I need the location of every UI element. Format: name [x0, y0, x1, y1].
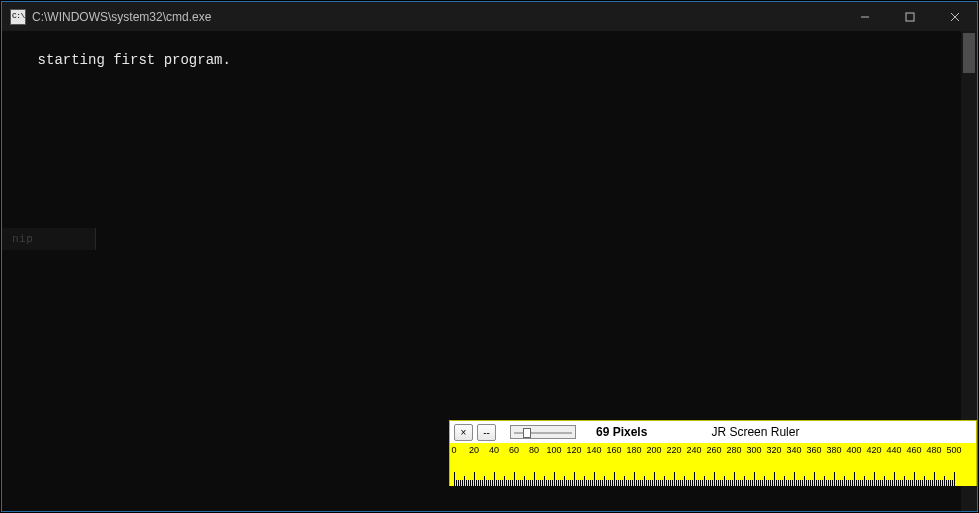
- ruler-tick-minor: [576, 480, 577, 486]
- ruler-tick-minor: [782, 480, 783, 486]
- screen-ruler-window[interactable]: × -- 69 Pixels JR Screen Ruler 020406080…: [449, 420, 977, 486]
- ruler-tick-major: [514, 472, 515, 486]
- ruler-tick-minor: [832, 480, 833, 486]
- ruler-tick-minor: [468, 480, 469, 486]
- ruler-tick-minor: [860, 480, 861, 486]
- ruler-tick-minor: [672, 480, 673, 486]
- ruler-tick-mid: [864, 476, 865, 486]
- ruler-tick-minor: [932, 480, 933, 486]
- ruler-tick-minor: [788, 480, 789, 486]
- ruler-tick-minor: [936, 480, 937, 486]
- ruler-tick-minor: [732, 480, 733, 486]
- ruler-tick-minor: [836, 480, 837, 486]
- ruler-tick-minor: [526, 480, 527, 486]
- ruler-tick-mid: [904, 476, 905, 486]
- ruler-tick-minor: [870, 480, 871, 486]
- ruler-tick-minor: [726, 480, 727, 486]
- ruler-tick-mid: [764, 476, 765, 486]
- ruler-tick-minor: [598, 480, 599, 486]
- ruler-tick-minor: [668, 480, 669, 486]
- ruler-tick-mid: [484, 476, 485, 486]
- ruler-scale[interactable]: 0204060801001201401601802002202402602803…: [450, 443, 976, 486]
- ruler-tick-mid: [644, 476, 645, 486]
- ruler-tick-minor: [696, 480, 697, 486]
- ruler-tick-label: 360: [806, 445, 821, 455]
- ruler-tick-minor: [946, 480, 947, 486]
- ruler-tick-label: 220: [666, 445, 681, 455]
- ruler-tick-minor: [862, 480, 863, 486]
- ruler-tick-label: 460: [906, 445, 921, 455]
- ruler-tick-minor: [758, 480, 759, 486]
- ruler-tick-major: [494, 472, 495, 486]
- ruler-tick-label: 0: [451, 445, 456, 455]
- cmd-title: C:\WINDOWS\system32\cmd.exe: [32, 10, 211, 24]
- ruler-tick-minor: [950, 480, 951, 486]
- ruler-tick-label: 240: [686, 445, 701, 455]
- ruler-tick-minor: [702, 480, 703, 486]
- ruler-tick-minor: [690, 480, 691, 486]
- ruler-tick-minor: [592, 480, 593, 486]
- ruler-tick-minor: [896, 480, 897, 486]
- ruler-tick-minor: [716, 480, 717, 486]
- ruler-tick-minor: [848, 480, 849, 486]
- ruler-tick-minor: [556, 480, 557, 486]
- ruler-tick-minor: [952, 480, 953, 486]
- ruler-tick-mid: [924, 476, 925, 486]
- ruler-app-name: JR Screen Ruler: [711, 425, 799, 439]
- ruler-tick-minor: [752, 480, 753, 486]
- ruler-tick-mid: [684, 476, 685, 486]
- ruler-tick-minor: [882, 480, 883, 486]
- cmd-output-text: starting first program.: [38, 52, 231, 68]
- ruler-tick-minor: [678, 480, 679, 486]
- svg-rect-1: [906, 13, 914, 21]
- ruler-tick-label: 200: [646, 445, 661, 455]
- ruler-tick-minor: [872, 480, 873, 486]
- ruler-tick-minor: [480, 480, 481, 486]
- cmd-titlebar[interactable]: C:\ C:\WINDOWS\system32\cmd.exe: [2, 2, 977, 31]
- ruler-tick-minor: [538, 480, 539, 486]
- ruler-tick-minor: [708, 480, 709, 486]
- ruler-tick-minor: [880, 480, 881, 486]
- ruler-tick-minor: [760, 480, 761, 486]
- ruler-tick-minor: [650, 480, 651, 486]
- slider-thumb-icon[interactable]: [523, 428, 531, 438]
- ruler-tick-minor: [922, 480, 923, 486]
- ruler-menu-button[interactable]: --: [477, 424, 496, 441]
- close-button[interactable]: [932, 2, 977, 31]
- ruler-tick-minor: [506, 480, 507, 486]
- ruler-tick-minor: [898, 480, 899, 486]
- ruler-tick-minor: [496, 480, 497, 486]
- ruler-tick-minor: [710, 480, 711, 486]
- cmd-scrollbar-thumb[interactable]: [963, 33, 975, 73]
- ruler-size-slider[interactable]: [510, 425, 576, 439]
- ruler-tick-minor: [642, 480, 643, 486]
- ghost-overlay-button[interactable]: nip: [2, 228, 96, 250]
- ruler-tick-minor: [656, 480, 657, 486]
- ruler-tick-major: [934, 472, 935, 486]
- ruler-tick-minor: [800, 480, 801, 486]
- ruler-tick-minor: [822, 480, 823, 486]
- ruler-tick-label: 180: [626, 445, 641, 455]
- ruler-tick-minor: [498, 480, 499, 486]
- minimize-icon: [860, 12, 870, 22]
- ruler-tick-minor: [486, 480, 487, 486]
- ruler-tick-minor: [802, 480, 803, 486]
- ruler-tick-minor: [620, 480, 621, 486]
- ruler-tick-minor: [940, 480, 941, 486]
- ruler-tick-minor: [786, 480, 787, 486]
- ruler-tick-minor: [500, 480, 501, 486]
- ruler-tick-minor: [638, 480, 639, 486]
- ruler-tick-major: [714, 472, 715, 486]
- ruler-tick-minor: [876, 480, 877, 486]
- ruler-tick-minor: [772, 480, 773, 486]
- ruler-tick-minor: [810, 480, 811, 486]
- ruler-tick-major: [814, 472, 815, 486]
- ruler-tick-minor: [888, 480, 889, 486]
- ruler-tick-minor: [670, 480, 671, 486]
- ruler-tick-minor: [640, 480, 641, 486]
- minimize-button[interactable]: [842, 2, 887, 31]
- ruler-tick-minor: [530, 480, 531, 486]
- ruler-tick-label: 100: [546, 445, 561, 455]
- ruler-close-button[interactable]: ×: [454, 424, 473, 441]
- maximize-button[interactable]: [887, 2, 932, 31]
